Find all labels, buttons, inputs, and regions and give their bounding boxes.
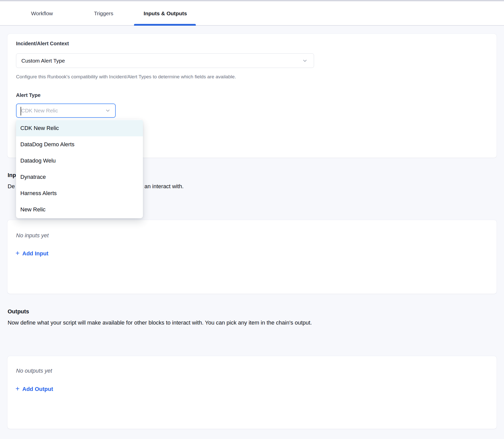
tab-workflow[interactable]: Workflow (22, 1, 62, 26)
dropdown-option-harness-alerts[interactable]: Harness Alerts (16, 185, 143, 201)
add-input-label: Add Input (22, 250, 49, 257)
dropdown-option-new-relic[interactable]: New Relic (16, 201, 143, 218)
workflow-editor-page: Workflow Triggers Inputs & Outputs Incid… (0, 0, 504, 439)
text-cursor (21, 107, 21, 115)
no-outputs-text: No outputs yet (16, 368, 52, 374)
tab-inputs-outputs[interactable]: Inputs & Outputs (134, 1, 197, 26)
alert-type-combobox[interactable]: CDK New Relic (16, 104, 116, 118)
outputs-section-description: Now define what your script will make av… (8, 319, 312, 326)
plus-icon: + (16, 250, 20, 257)
chevron-down-icon (302, 58, 308, 64)
plus-icon: + (16, 385, 20, 392)
dropdown-option-datadog-welu[interactable]: Datadog Welu (16, 153, 143, 169)
dropdown-option-cdk-new-relic[interactable]: CDK New Relic (16, 120, 143, 136)
tab-triggers[interactable]: Triggers (84, 1, 123, 26)
context-helper-text: Configure this Runbook's compatibility w… (16, 74, 236, 80)
outputs-section-heading: Outputs (8, 308, 29, 315)
incident-alert-context-select[interactable]: Custom Alert Type (16, 53, 314, 68)
add-input-button[interactable]: + Add Input (16, 250, 48, 257)
add-output-button[interactable]: + Add Output (16, 386, 53, 392)
dropdown-option-dynatrace[interactable]: Dynatrace (16, 169, 143, 185)
incident-alert-context-label: Incident/Alert Context (16, 41, 69, 47)
active-tab-underline (134, 24, 196, 26)
no-inputs-text: No inputs yet (16, 232, 49, 239)
incident-alert-context-value: Custom Alert Type (21, 58, 302, 64)
inputs-section-description-end: an interact with. (144, 183, 184, 190)
add-output-label: Add Output (22, 386, 53, 392)
inputs-section-description-start: De (8, 183, 15, 190)
chevron-down-icon (105, 108, 111, 113)
outputs-card: No outputs yet + Add Output (7, 356, 497, 429)
inputs-card: No inputs yet + Add Input (7, 220, 497, 294)
tab-bar: Workflow Triggers Inputs & Outputs (0, 1, 504, 26)
alert-type-placeholder: CDK New Relic (21, 108, 105, 114)
alert-type-dropdown-menu: CDK New Relic DataDog Demo Alerts Datado… (16, 120, 143, 218)
dropdown-option-datadog-demo-alerts[interactable]: DataDog Demo Alerts (16, 136, 143, 153)
alert-type-label: Alert Type (16, 92, 40, 98)
